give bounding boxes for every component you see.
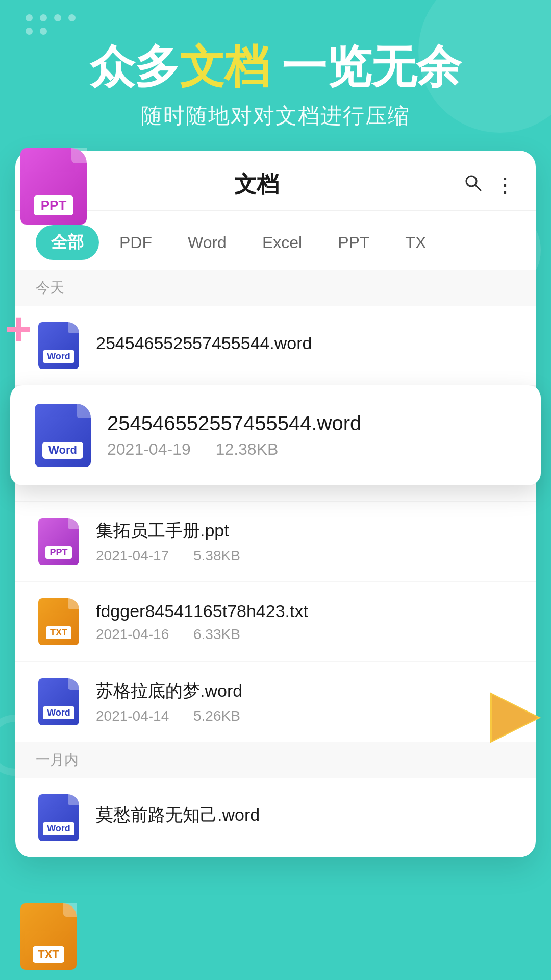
highlighted-file-meta: 2021-04-19 12.38KB bbox=[107, 440, 516, 459]
card-header: ‹ 文档 ⋮ bbox=[15, 151, 536, 211]
highlighted-file-info: 254546552557455544.word 2021-04-19 12.38… bbox=[107, 412, 516, 459]
file-meta: 2021-04-17 5.38KB bbox=[96, 548, 515, 564]
svg-line-1 bbox=[475, 185, 481, 190]
file-manager-card: ‹ 文档 ⋮ 全部 PDF Word Excel bbox=[15, 151, 536, 857]
file-info: 苏格拉底的梦.word 2021-04-14 5.26KB bbox=[96, 679, 515, 724]
header-actions: ⋮ bbox=[462, 172, 515, 197]
list-item[interactable]: Word 254546552557455544.word bbox=[15, 306, 536, 386]
file-name: 集拓员工手册.ppt bbox=[96, 519, 515, 543]
word-badge-3: Word bbox=[43, 822, 74, 835]
highlighted-word-badge: Word bbox=[42, 442, 83, 459]
svg-marker-3 bbox=[492, 695, 538, 741]
ppt-label: PPT bbox=[34, 195, 74, 215]
file-name: 莫愁前路无知己.word bbox=[96, 803, 515, 827]
plus-decoration: + bbox=[5, 306, 32, 352]
page-title: 文档 bbox=[234, 169, 279, 200]
month-section-label: 一月内 bbox=[15, 742, 536, 778]
txt-badge: TXT bbox=[46, 626, 71, 639]
tab-excel[interactable]: Excel bbox=[247, 227, 317, 258]
file-name: fdgger84541165t78h423.txt bbox=[96, 601, 515, 621]
txt-label: TXT bbox=[33, 946, 64, 963]
highlighted-word-icon: Word bbox=[35, 404, 91, 467]
file-name: 254546552557455544.word bbox=[96, 333, 515, 353]
list-item[interactable]: Word 莫愁前路无知己.word bbox=[15, 778, 536, 857]
txt-floating-icon: TXT bbox=[20, 903, 82, 975]
ppt-floating-icon: PPT bbox=[20, 148, 92, 230]
highlighted-file-name: 254546552557455544.word bbox=[107, 412, 516, 435]
file-info: 254546552557455544.word bbox=[96, 333, 515, 358]
word-badge-2: Word bbox=[43, 706, 74, 719]
file-info: 莫愁前路无知己.word bbox=[96, 803, 515, 832]
tab-pdf[interactable]: PDF bbox=[104, 227, 167, 258]
word-file-icon: Word bbox=[36, 320, 82, 371]
file-info: 集拓员工手册.ppt 2021-04-17 5.38KB bbox=[96, 519, 515, 564]
hero-section: 众多文档 一览无余 随时随地对对文档进行压缩 bbox=[0, 41, 551, 151]
play-decoration bbox=[485, 687, 546, 750]
highlighted-file-item[interactable]: Word 254546552557455544.word 2021-04-19 … bbox=[10, 385, 541, 485]
list-item[interactable]: Word 苏格拉底的梦.word 2021-04-14 5.26KB bbox=[15, 662, 536, 742]
today-section-label: 今天 bbox=[15, 270, 536, 306]
list-item[interactable]: PPT 集拓员工手册.ppt 2021-04-17 5.38KB bbox=[15, 502, 536, 582]
ppt-badge: PPT bbox=[45, 546, 71, 559]
file-meta: 2021-04-14 5.26KB bbox=[96, 708, 515, 724]
txt-file-icon: TXT bbox=[36, 596, 82, 647]
ppt-file-icon: PPT bbox=[36, 516, 82, 567]
hero-subtitle: 随时随地对对文档进行压缩 bbox=[20, 102, 531, 130]
more-button[interactable]: ⋮ bbox=[495, 173, 515, 197]
filter-tabs: 全部 PDF Word Excel PPT TX bbox=[15, 211, 536, 270]
word-badge: Word bbox=[43, 350, 74, 363]
tab-word[interactable]: Word bbox=[172, 227, 242, 258]
tab-ppt[interactable]: PPT bbox=[322, 227, 385, 258]
list-item[interactable]: TXT fdgger84541165t78h423.txt 2021-04-16… bbox=[15, 582, 536, 662]
hero-title: 众多文档 一览无余 bbox=[20, 41, 531, 92]
file-meta: 2021-04-16 6.33KB bbox=[96, 626, 515, 643]
tab-tx[interactable]: TX bbox=[390, 227, 441, 258]
file-info: fdgger84541165t78h423.txt 2021-04-16 6.3… bbox=[96, 601, 515, 643]
tab-all[interactable]: 全部 bbox=[36, 225, 99, 260]
search-button[interactable] bbox=[462, 172, 483, 197]
file-name: 苏格拉底的梦.word bbox=[96, 679, 515, 703]
word-file-icon-2: Word bbox=[36, 676, 82, 727]
word-file-icon-3: Word bbox=[36, 792, 82, 843]
